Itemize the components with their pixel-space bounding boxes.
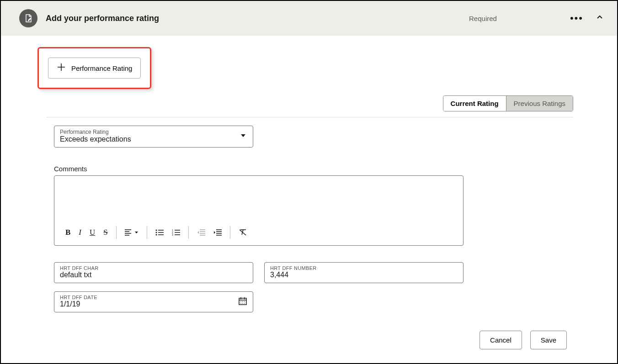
performance-rating-select[interactable]: Performance Rating Exceeds expectations (54, 126, 253, 148)
field-value: default txt (60, 271, 247, 279)
cancel-button[interactable]: Cancel (479, 331, 522, 349)
comments-editor[interactable]: B I U S 123 (54, 175, 464, 246)
page-header: Add your performance rating Required ••• (1, 1, 617, 36)
editor-toolbar: B I U S 123 (65, 226, 255, 239)
numbered-list-icon[interactable]: 123 (172, 229, 180, 236)
highlight-annotation: Performance Rating (37, 47, 151, 89)
add-button-label: Performance Rating (71, 64, 132, 72)
comments-label: Comments (54, 165, 573, 173)
bullet-list-icon[interactable] (155, 229, 164, 236)
svg-point-9 (244, 301, 245, 302)
align-icon[interactable] (125, 229, 139, 236)
svg-point-0 (155, 230, 157, 231)
add-performance-rating-button[interactable]: Performance Rating (48, 58, 141, 79)
svg-point-1 (155, 232, 157, 233)
field-label: HRT DFF CHAR (60, 265, 247, 271)
calendar-icon[interactable] (238, 296, 247, 307)
hrt-dff-number-field[interactable]: HRT DFF NUMBER 3,444 (264, 262, 464, 283)
content-area: Performance Rating Current Rating Previo… (1, 36, 605, 355)
svg-point-8 (242, 301, 243, 302)
field-label: HRT DFF DATE (60, 295, 247, 300)
plus-icon (57, 63, 66, 74)
chevron-down-icon (240, 132, 246, 141)
indent-icon[interactable] (213, 229, 222, 236)
required-label: Required (469, 15, 497, 22)
select-value: Exceeds expectations (60, 135, 247, 143)
divider (47, 117, 573, 117)
footer-actions: Cancel Save (479, 331, 567, 349)
more-menu-icon[interactable]: ••• (570, 12, 583, 24)
save-button[interactable]: Save (530, 331, 567, 349)
page-title: Add your performance rating (46, 14, 159, 23)
bold-icon[interactable]: B (65, 228, 70, 237)
strikethrough-icon[interactable]: S (103, 228, 107, 237)
tab-row: Current Rating Previous Ratings (37, 95, 573, 111)
svg-point-10 (240, 303, 241, 304)
svg-point-12 (244, 303, 245, 304)
svg-point-11 (242, 303, 243, 304)
select-label: Performance Rating (60, 129, 247, 135)
svg-point-7 (240, 301, 241, 302)
field-label: HRT DFF NUMBER (270, 265, 458, 271)
rating-tab-group: Current Rating Previous Ratings (443, 95, 573, 111)
hrt-dff-date-field[interactable]: HRT DFF DATE 1/1/19 (54, 291, 253, 312)
outdent-icon[interactable] (197, 229, 205, 236)
svg-text:3: 3 (172, 233, 173, 236)
field-value: 1/1/19 (60, 300, 247, 308)
field-value: 3,444 (270, 271, 458, 279)
document-edit-icon (19, 9, 37, 27)
underline-icon[interactable]: U (90, 228, 95, 237)
hrt-dff-char-field[interactable]: HRT DFF CHAR default txt (54, 262, 253, 283)
clear-format-icon[interactable] (239, 229, 247, 236)
collapse-icon[interactable] (596, 14, 603, 23)
italic-icon[interactable]: I (79, 228, 81, 237)
tab-current-rating[interactable]: Current Rating (443, 96, 506, 111)
tab-previous-ratings[interactable]: Previous Ratings (506, 96, 573, 111)
svg-point-2 (155, 234, 157, 236)
